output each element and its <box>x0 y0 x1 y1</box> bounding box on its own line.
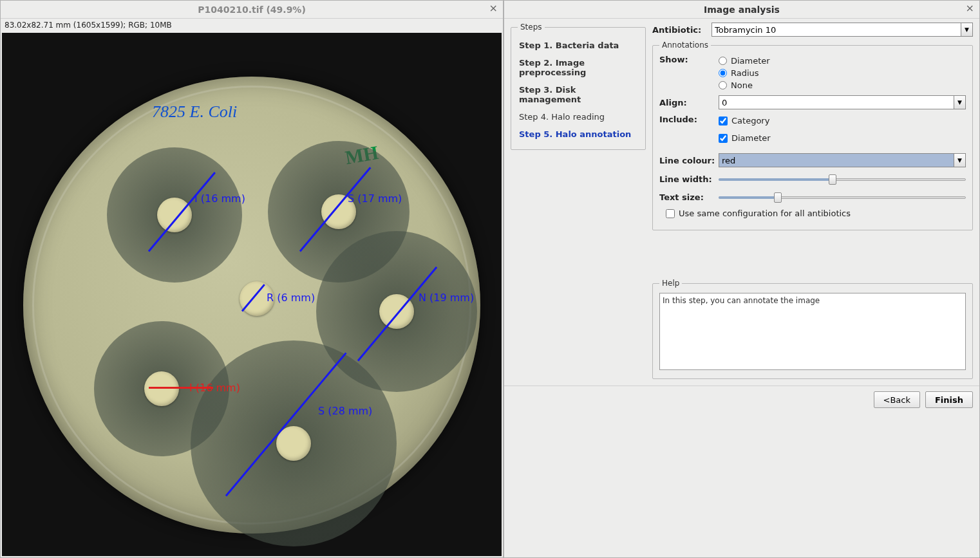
annotation-label: S (17 mm) <box>348 192 402 205</box>
chevron-down-icon[interactable]: ▼ <box>961 23 973 37</box>
annotations-legend: Annotations <box>659 41 711 50</box>
line-colour-row: Line colour: ▼ <box>659 153 966 167</box>
step-4[interactable]: Step 4. Halo reading <box>518 108 639 126</box>
handwriting-sample-id: 7825 E. Coli <box>152 102 237 122</box>
annotation-label: N (19 mm) <box>419 292 474 304</box>
line-width-slider[interactable] <box>719 172 966 185</box>
finish-button[interactable]: Finish <box>925 391 973 408</box>
align-combo[interactable]: ▼ <box>719 95 966 109</box>
chevron-down-icon[interactable]: ▼ <box>954 95 966 109</box>
close-icon[interactable]: × <box>966 3 974 14</box>
line-colour-label: Line colour: <box>659 156 719 165</box>
disk <box>157 198 192 232</box>
step-5[interactable]: Step 5. Halo annotation <box>518 126 639 143</box>
annotation-label: R (6 mm) <box>267 292 315 304</box>
antibiotic-input[interactable] <box>711 23 961 37</box>
step-3[interactable]: Step 3. Disk management <box>518 81 639 108</box>
image-window: P1040210.tif (49.9%) × 83.02x82.71 mm (1… <box>0 0 504 558</box>
right-title: Image analysis <box>704 5 780 15</box>
align-row: Align: ▼ <box>659 95 966 109</box>
petri-dish: 7825 E. Coli MH I (16 mm) S (17 mm) R (6… <box>23 77 480 534</box>
antibiotic-label: Antibiotic: <box>652 25 711 35</box>
left-title: P1040210.tif (49.9%) <box>198 5 306 15</box>
antibiotic-row: Antibiotic: ▼ <box>652 23 973 37</box>
steps-column: Steps Step 1. Bacteria data Step 2. Imag… <box>511 23 646 386</box>
annotation-label: S (28 mm) <box>318 405 372 417</box>
include-label: Include: <box>659 115 719 124</box>
align-label: Align: <box>659 98 719 107</box>
radio-none[interactable]: None <box>719 80 770 90</box>
button-bar: <Back Finish <box>504 386 979 413</box>
align-input[interactable] <box>719 95 954 109</box>
show-row: Show: Diameter Radius None <box>659 55 966 90</box>
help-legend: Help <box>659 279 682 288</box>
line-colour-combo[interactable]: ▼ <box>719 153 966 167</box>
show-label: Show: <box>659 55 719 64</box>
config-column: Antibiotic: ▼ Annotations Show: Diameter… <box>652 23 973 386</box>
step-2[interactable]: Step 2. Image preprocessing <box>518 54 639 81</box>
annotations-fieldset: Annotations Show: Diameter Radius None A… <box>652 41 973 230</box>
close-icon[interactable]: × <box>489 3 498 14</box>
line-width-row: Line width: <box>659 172 966 185</box>
line-colour-input[interactable] <box>719 153 954 167</box>
include-row: Include: Category Diameter <box>659 115 966 148</box>
annotation-label: I (16 mm) <box>189 382 240 394</box>
check-category[interactable]: Category <box>719 116 771 126</box>
radio-radius[interactable]: Radius <box>719 68 770 78</box>
panel-body: Steps Step 1. Bacteria data Step 2. Imag… <box>504 19 979 386</box>
annotation-label: I (16 mm) <box>194 192 245 205</box>
steps-fieldset: Steps Step 1. Bacteria data Step 2. Imag… <box>511 23 646 150</box>
antibiotic-combo[interactable]: ▼ <box>711 23 973 37</box>
check-use-same[interactable]: Use same configuration for all antibioti… <box>666 209 966 218</box>
step-1[interactable]: Step 1. Bacteria data <box>518 37 639 54</box>
image-canvas[interactable]: 7825 E. Coli MH I (16 mm) S (17 mm) R (6… <box>2 33 502 556</box>
radio-diameter[interactable]: Diameter <box>719 56 770 66</box>
steps-legend: Steps <box>518 23 545 32</box>
back-button[interactable]: <Back <box>874 391 920 408</box>
left-titlebar: P1040210.tif (49.9%) × <box>1 1 503 19</box>
analysis-panel: Image analysis × Steps Step 1. Bacteria … <box>504 0 980 558</box>
disk <box>144 371 179 406</box>
help-text: In this step, you can annotate the image <box>659 293 966 370</box>
slider-thumb[interactable] <box>829 174 836 185</box>
text-size-label: Text size: <box>659 192 719 202</box>
slider-thumb[interactable] <box>774 192 782 203</box>
image-info: 83.02x82.71 mm (1605x1599); RGB; 10MB <box>1 19 503 32</box>
include-checks: Category Diameter <box>719 115 771 148</box>
text-size-row: Text size: <box>659 191 966 203</box>
line-width-label: Line width: <box>659 174 719 184</box>
text-size-slider[interactable] <box>719 191 966 203</box>
right-titlebar: Image analysis × <box>504 1 979 19</box>
show-radio-group: Diameter Radius None <box>719 55 770 90</box>
check-diameter[interactable]: Diameter <box>719 133 771 143</box>
chevron-down-icon[interactable]: ▼ <box>954 153 966 167</box>
help-fieldset: Help In this step, you can annotate the … <box>652 279 973 379</box>
